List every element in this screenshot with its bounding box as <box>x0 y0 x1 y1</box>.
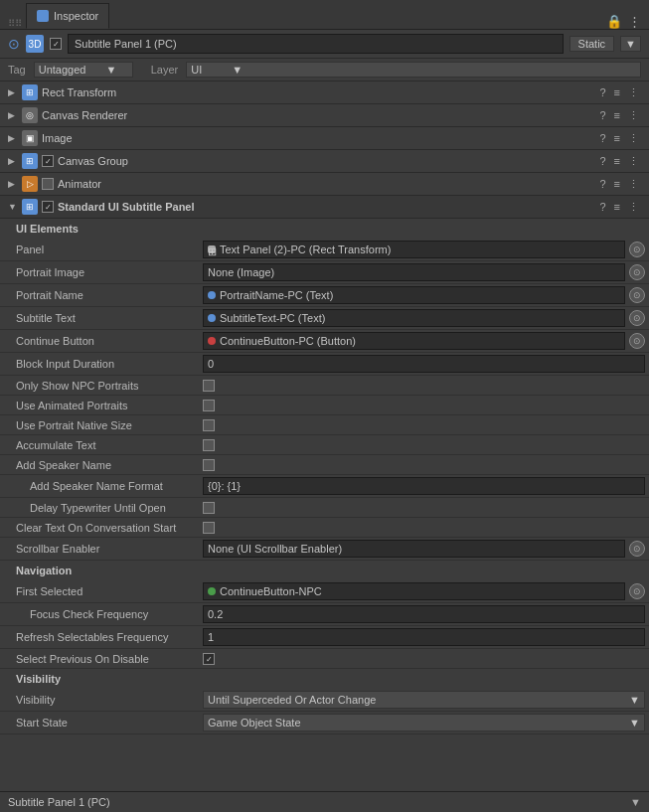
continue-button-circle-btn[interactable]: ⊙ <box>629 333 645 349</box>
canvas-renderer-more-btn[interactable]: ⋮ <box>626 109 641 122</box>
component-image: ▶ ▣ Image ? ≡ ⋮ <box>0 127 649 150</box>
block-input-duration-input[interactable] <box>203 355 645 373</box>
static-button[interactable]: Static <box>569 36 615 52</box>
portrait-name-circle-btn[interactable]: ⊙ <box>629 287 645 303</box>
object-icon: 3D <box>26 35 44 53</box>
subtitle-panel-more-btn[interactable]: ⋮ <box>626 201 641 214</box>
first-selected-ref[interactable]: ContinueButton-NPC <box>203 582 625 600</box>
image-label: Image <box>42 132 593 144</box>
prop-use-portrait-native-size: Use Portrait Native Size <box>0 415 649 435</box>
canvas-renderer-settings-btn[interactable]: ≡ <box>612 109 622 122</box>
layer-dropdown[interactable]: UI ▼ <box>186 62 641 78</box>
visibility-dropdown[interactable]: Until Superceded Or Actor Change ▼ <box>203 691 645 709</box>
prop-portrait-name-value: PortraitName-PC (Text) ⊙ <box>199 286 649 304</box>
visibility-dropdown-value: Until Superceded Or Actor Change <box>208 694 376 706</box>
bottom-bar: Subtitle Panel 1 (PC) ▼ <box>0 791 649 812</box>
image-settings-btn[interactable]: ≡ <box>612 132 622 145</box>
prop-start-state-value: Game Object State ▼ <box>199 714 649 731</box>
fold-arrow-rect[interactable]: ▶ <box>8 87 18 97</box>
tab-bar: ⠿⠿ Inspector 🔒 ⋮ <box>0 0 649 30</box>
rect-settings-btn[interactable]: ≡ <box>612 86 622 99</box>
continue-button-ref[interactable]: ContinueButton-PC (Button) <box>203 332 625 350</box>
prop-subtitle-text: Subtitle Text SubtitleText-PC (Text) ⊙ <box>0 307 649 330</box>
canvas-renderer-help-btn[interactable]: ? <box>597 109 607 122</box>
prop-refresh-selectables: Refresh Selectables Frequency <box>0 626 649 649</box>
prop-focus-check-frequency: Focus Check Frequency <box>0 603 649 626</box>
bottom-bar-arrow[interactable]: ▼ <box>630 796 641 808</box>
prop-scrollbar-enabler-value: None (UI Scrollbar Enabler) ⊙ <box>199 540 649 558</box>
prop-clear-text: Clear Text On Conversation Start <box>0 518 649 538</box>
component-animator: ▶ ▷ Animator ? ≡ ⋮ <box>0 173 649 196</box>
prop-continue-button: Continue Button ContinueButton-PC (Butto… <box>0 330 649 353</box>
component-canvas-group: ▶ ⊞ Canvas Group ? ≡ ⋮ <box>0 150 649 173</box>
fold-arrow-canvas-renderer[interactable]: ▶ <box>8 110 18 120</box>
use-animated-portraits-checkbox[interactable] <box>203 400 215 411</box>
canvas-group-settings-btn[interactable]: ≡ <box>612 155 622 168</box>
animator-help-btn[interactable]: ? <box>597 178 607 191</box>
prop-only-show-npc-value <box>199 380 649 392</box>
fold-arrow-canvas-group[interactable]: ▶ <box>8 156 18 166</box>
portrait-name-ref[interactable]: PortraitName-PC (Text) <box>203 286 625 304</box>
object-name-field[interactable] <box>68 34 564 54</box>
subtitle-text-text: SubtitleText-PC (Text) <box>220 312 325 324</box>
tag-dropdown[interactable]: Untagged ▼ <box>34 62 133 78</box>
canvas-group-checkbox[interactable] <box>42 155 54 167</box>
portrait-image-ref[interactable]: None (Image) <box>203 263 625 281</box>
object-active-checkbox[interactable] <box>50 38 62 50</box>
canvas-group-help-btn[interactable]: ? <box>597 155 607 168</box>
image-more-btn[interactable]: ⋮ <box>626 132 641 145</box>
start-state-dropdown[interactable]: Game Object State ▼ <box>203 714 645 731</box>
refresh-selectables-input[interactable] <box>203 628 645 646</box>
only-show-npc-checkbox[interactable] <box>203 380 215 392</box>
grip-handle[interactable]: ⠿⠿ <box>8 18 22 29</box>
panel-circle-btn[interactable]: ⊙ <box>629 242 645 257</box>
prop-subtitle-text-value: SubtitleText-PC (Text) ⊙ <box>199 309 649 327</box>
panel-ref-text: Text Panel (2)-PC (Rect Transform) <box>220 244 391 255</box>
scrollbar-enabler-circle-btn[interactable]: ⊙ <box>629 541 645 557</box>
static-dropdown[interactable]: ▼ <box>620 36 641 52</box>
add-speaker-name-format-input[interactable] <box>203 477 645 495</box>
prop-first-selected-value: ContinueButton-NPC ⊙ <box>199 582 649 600</box>
subtitle-text-ref[interactable]: SubtitleText-PC (Text) <box>203 309 625 327</box>
inspector-tab[interactable]: Inspector <box>26 3 109 29</box>
prop-use-portrait-native-size-label: Use Portrait Native Size <box>0 419 199 431</box>
prop-block-input-duration-value <box>199 355 649 373</box>
subtitle-panel-settings-btn[interactable]: ≡ <box>612 201 622 214</box>
add-speaker-name-checkbox[interactable] <box>203 459 215 471</box>
image-help-btn[interactable]: ? <box>597 132 607 145</box>
prop-start-state-label: Start State <box>0 717 199 729</box>
panel-ref-field[interactable]: ⊞ Text Panel (2)-PC (Rect Transform) <box>203 241 625 258</box>
subtitle-panel-help-btn[interactable]: ? <box>597 201 607 214</box>
prop-portrait-name: Portrait Name PortraitName-PC (Text) ⊙ <box>0 284 649 307</box>
clear-text-checkbox[interactable] <box>203 522 215 534</box>
rect-help-btn[interactable]: ? <box>597 86 607 99</box>
inspector-tab-label: Inspector <box>54 10 98 22</box>
portrait-name-icon <box>208 291 216 299</box>
prop-panel-value: ⊞ Text Panel (2)-PC (Rect Transform) ⊙ <box>199 241 649 258</box>
prop-visibility-label: Visibility <box>0 694 199 706</box>
rect-more-btn[interactable]: ⋮ <box>626 86 641 99</box>
prop-select-previous-on-disable-value <box>199 653 649 665</box>
use-portrait-native-size-checkbox[interactable] <box>203 419 215 431</box>
accumulate-text-checkbox[interactable] <box>203 439 215 451</box>
fold-arrow-animator[interactable]: ▶ <box>8 179 18 189</box>
focus-check-frequency-input[interactable] <box>203 605 645 623</box>
canvas-group-more-btn[interactable]: ⋮ <box>626 155 641 168</box>
fold-arrow-subtitle[interactable]: ▼ <box>8 202 18 212</box>
fold-arrow-image[interactable]: ▶ <box>8 133 18 143</box>
scrollbar-enabler-ref[interactable]: None (UI Scrollbar Enabler) <box>203 540 625 558</box>
delay-typewriter-checkbox[interactable] <box>203 502 215 514</box>
first-selected-circle-btn[interactable]: ⊙ <box>629 583 645 599</box>
select-previous-on-disable-checkbox[interactable] <box>203 653 215 665</box>
subtitle-panel-checkbox[interactable] <box>42 201 54 213</box>
animator-more-btn[interactable]: ⋮ <box>626 178 641 191</box>
prop-add-speaker-name: Add Speaker Name <box>0 455 649 475</box>
animator-settings-btn[interactable]: ≡ <box>612 178 622 191</box>
more-options-icon[interactable]: ⋮ <box>628 14 641 29</box>
prop-block-input-duration-label: Block Input Duration <box>0 358 199 370</box>
lock-icon[interactable]: 🔒 <box>606 14 622 29</box>
animator-checkbox[interactable] <box>42 178 54 190</box>
prop-accumulate-text-value <box>199 439 649 451</box>
portrait-image-circle-btn[interactable]: ⊙ <box>629 264 645 280</box>
subtitle-text-circle-btn[interactable]: ⊙ <box>629 310 645 326</box>
